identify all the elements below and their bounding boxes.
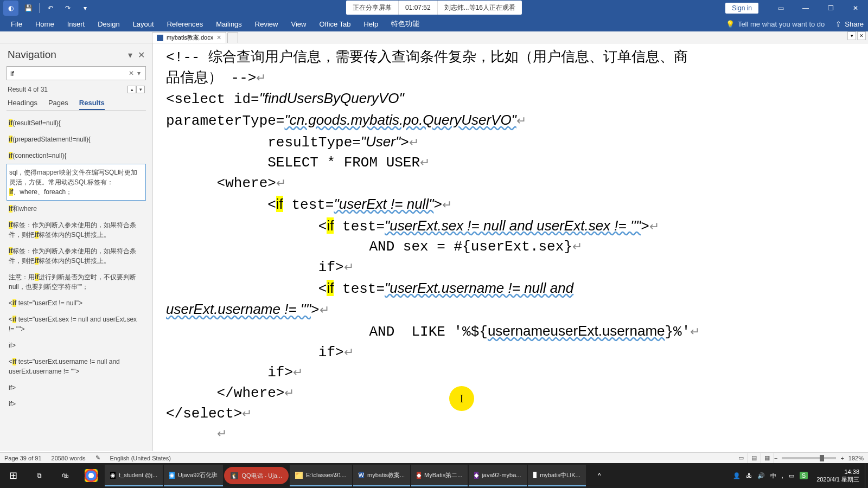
result-item[interactable]: sql，使得mapper映射文件在编写SQL时更加灵活，方便。常用动态SQL标签…	[7, 164, 146, 201]
result-item[interactable]: if(connection!=null){	[7, 147, 146, 164]
network-icon[interactable]: 🖧	[746, 472, 752, 479]
doc-tab-mybatis[interactable]: mybatis教案.docx ✕	[152, 32, 226, 43]
navigation-pane: Navigation ▾ ✕ ✕ ▾ Result 4 of 31 ▴ ▾ He…	[0, 43, 153, 451]
result-item[interactable]: <if test="userExt.username != null and u…	[7, 354, 146, 380]
zoom-out-button[interactable]: −	[774, 455, 777, 461]
taskbar-app[interactable]: 🐧QQ电话 - Uja...	[224, 467, 289, 484]
title-bar: ◐ 💾 ↶ ↷ ▾ 正在分享屏幕 01:07:52 刘志炜...等16人正在观看…	[0, 0, 868, 16]
ribbon-options-button[interactable]: ▭	[768, 0, 793, 16]
autosave-toggle[interactable]: ◐	[3, 1, 18, 16]
tab-mailings[interactable]: Mailings	[209, 16, 248, 31]
result-item[interactable]: 注意：用if进行判断是否为空时，不仅要判断null，也要判断空字符串""；	[7, 269, 146, 295]
result-item[interactable]: if>	[7, 396, 146, 412]
share-viewers-label: 刘志炜...等16人正在观看	[438, 1, 522, 15]
result-item[interactable]: If标签：作为判断入参来使用的，如果符合条件，则把if标签体内的SQL拼接上。	[7, 243, 146, 269]
word-icon	[157, 35, 163, 41]
tab-design[interactable]: Design	[91, 16, 126, 31]
close-tab-icon[interactable]: ✕	[216, 34, 221, 41]
tab-review[interactable]: Review	[248, 16, 285, 31]
read-mode-button[interactable]: ▭	[735, 453, 748, 463]
result-item[interactable]: If和where	[7, 201, 146, 217]
people-icon[interactable]: 👤	[733, 472, 741, 479]
taskbar-app[interactable]: ◆MyBatis第二...	[411, 465, 468, 486]
tab-layout[interactable]: Layout	[126, 16, 161, 31]
cursor-highlight: I	[449, 386, 474, 411]
tab-insert[interactable]: Insert	[61, 16, 92, 31]
tab-help[interactable]: Help	[357, 16, 385, 31]
start-button[interactable]: ⊞	[0, 463, 26, 488]
taskbar-app[interactable]: ◉Ujava92石化班	[164, 465, 223, 486]
tab-references[interactable]: References	[161, 16, 209, 31]
overflow-button[interactable]: ^	[586, 463, 612, 488]
language-indicator[interactable]: English (United States)	[110, 455, 171, 461]
share-button[interactable]: ⇪ Share	[835, 20, 864, 28]
taskbar-app[interactable]: ●mybatis中LIK...	[528, 465, 586, 486]
ime2-icon[interactable]: ,	[782, 472, 783, 479]
quick-access-toolbar: ◐ 💾 ↶ ↷ ▾	[0, 1, 96, 16]
ime-icon[interactable]: 中	[770, 472, 776, 480]
result-item[interactable]: if>	[7, 380, 146, 396]
doc-tab-label: mybatis教案.docx	[167, 34, 213, 42]
result-item[interactable]: if(preparedStatement!=null){	[7, 131, 146, 147]
time-label: 14:38	[816, 468, 859, 476]
app-tray-icon[interactable]: S	[800, 472, 808, 479]
minimize-button[interactable]: —	[793, 0, 818, 16]
status-bar: Page 39 of 91 20580 words ✎ English (Uni…	[0, 452, 868, 463]
system-tray[interactable]: 👤 🖧 🔊 中 , ▭ S	[730, 463, 811, 488]
screen-share-banner: 正在分享屏幕 01:07:52 刘志炜...等16人正在观看	[346, 0, 522, 15]
spellcheck-icon[interactable]: ✎	[95, 454, 100, 461]
document-area[interactable]: <!-- 综合查询用户信息，需要传入查询条件复杂，比如（用户信息、订单信息、商 …	[153, 43, 868, 451]
tab-home[interactable]: Home	[29, 16, 61, 31]
zoom-knob[interactable]	[820, 455, 824, 461]
search-options-dropdown[interactable]: ▾	[136, 69, 142, 77]
tab-special[interactable]: 特色功能	[385, 16, 426, 31]
undo-button[interactable]: ↶	[43, 1, 58, 16]
print-layout-button[interactable]: ▤	[748, 453, 761, 463]
word-count[interactable]: 20580 words	[52, 455, 86, 461]
subtab-headings[interactable]: Headings	[8, 97, 37, 110]
sign-in-button[interactable]: Sign in	[725, 3, 758, 14]
result-item[interactable]: if>	[7, 337, 146, 354]
prev-result-button[interactable]: ▴	[127, 86, 136, 93]
chrome-pinned[interactable]	[78, 463, 104, 488]
maximize-button[interactable]: ❐	[818, 0, 843, 16]
next-result-button[interactable]: ▾	[136, 86, 145, 93]
taskbar-app[interactable]: Wmybatis教案...	[353, 465, 410, 486]
nav-dropdown-icon[interactable]: ▾	[128, 50, 132, 60]
zoom-level[interactable]: 192%	[848, 455, 864, 461]
zoom-in-button[interactable]: +	[840, 455, 844, 461]
battery-icon[interactable]: ▭	[789, 472, 794, 479]
tab-office-tab[interactable]: Office Tab	[312, 16, 357, 31]
volume-icon[interactable]: 🔊	[757, 472, 765, 479]
clear-search-icon[interactable]: ✕	[127, 69, 136, 77]
web-layout-button[interactable]: ▦	[761, 453, 774, 463]
result-item[interactable]: if(resultSet!=null){	[7, 115, 146, 131]
zoom-slider[interactable]	[782, 457, 836, 459]
taskbar-app[interactable]: 📁E:\classes\91...	[290, 465, 352, 486]
subtab-results[interactable]: Results	[79, 97, 105, 110]
result-item[interactable]: <if test="userExt != null">	[7, 295, 146, 311]
close-button[interactable]: ✕	[843, 0, 868, 16]
result-item[interactable]: If标签：作为判断入参来使用的，如果符合条件，则把if标签体内的SQL拼接上。	[7, 217, 146, 243]
nav-close-icon[interactable]: ✕	[138, 50, 145, 60]
store-button[interactable]: 🛍	[52, 463, 78, 488]
tab-view[interactable]: View	[284, 16, 312, 31]
redo-button[interactable]: ↷	[60, 1, 75, 16]
search-box[interactable]: ✕ ▾	[7, 66, 146, 80]
page-indicator[interactable]: Page 39 of 91	[4, 455, 42, 461]
tell-me-search[interactable]: 💡 Tell me what you want to do	[726, 20, 825, 28]
clock[interactable]: 14:38 2020/4/1 星期三	[811, 468, 865, 484]
close-all-tabs[interactable]: ✕	[857, 31, 866, 40]
search-input[interactable]	[10, 69, 127, 78]
task-view-button[interactable]: ⧉	[26, 463, 52, 488]
taskbar-app[interactable]: ◆java92-myba...	[469, 465, 526, 486]
tab-file[interactable]: File	[4, 16, 29, 31]
tab-list-dropdown[interactable]: ▾	[847, 31, 856, 40]
save-button[interactable]: 💾	[21, 1, 36, 16]
show-desktop-button[interactable]	[865, 463, 868, 488]
new-tab-button[interactable]	[227, 32, 238, 43]
taskbar-app[interactable]: ◉t_student @j...	[105, 465, 163, 486]
subtab-pages[interactable]: Pages	[48, 97, 68, 110]
customize-qat-dropdown[interactable]: ▾	[78, 1, 93, 16]
result-item[interactable]: <if test="userExt.sex != null and userEx…	[7, 311, 146, 337]
